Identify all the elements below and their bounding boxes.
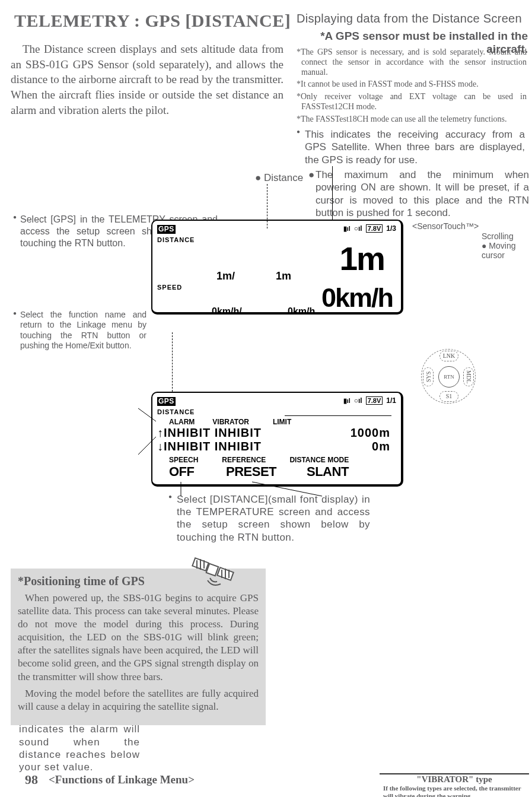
gps-sat-icon: ○ıl [354, 224, 362, 233]
callout-maxmin: ● The maximum and the minimum when power… [316, 169, 529, 219]
positioning-p2: Moving the model before the satellites a… [18, 687, 259, 713]
sensor-touch-scroll: Scrolling [482, 231, 514, 241]
lcd2-gps: GPS [157, 397, 176, 406]
lcd2-battery: 7.8V [366, 396, 383, 405]
lcd1-battery: 7.8V [366, 224, 383, 233]
lcd-screen-2: GPS DISTANCE ▮ıl ○ıl 7.8V 1/1 ALARM VIBR… [151, 392, 403, 487]
vibrator-title: "VIBRATOR" type [380, 774, 529, 785]
star-note-2: *It cannot be used in FASST mode and S-F… [297, 80, 527, 90]
lcd2-down-limit: 0m [278, 440, 396, 453]
lcd2-row-down: ↓INHIBIT INHIBIT [157, 440, 262, 453]
star-note-3: *Only receiver voltage and EXT voltage c… [297, 92, 527, 112]
leader-arrow-icon [138, 408, 159, 462]
lcd1-distance-label: DISTANCE [157, 236, 195, 243]
svg-line-18 [138, 408, 156, 421]
sensor-touch-cursor: ● Moving cursor [482, 241, 532, 260]
lcd2-col-limit: LIMIT [273, 418, 291, 426]
lcd2-col-vibr: VIBRATOR [212, 418, 249, 426]
signal-icon-2: ▮ıl [343, 397, 351, 405]
lcd2-up-limit: 1000m [278, 426, 396, 440]
lcd1-dist-min: 1m/ [216, 270, 235, 282]
sensor-touch-wheel: RTN LNK S1 SYS MDL [421, 349, 476, 404]
lcd2-row-up: ↑INHIBIT INHIBIT [157, 426, 262, 440]
lcd2-mode-lbl: DISTANCE MODE [289, 456, 349, 464]
sensortouch-sys[interactable]: SYS [423, 367, 434, 386]
lcd1-page: 1/3 [386, 224, 396, 233]
page-title: TELEMETRY : GPS [DISTANCE] [14, 11, 291, 31]
star-note-4: *The FASSTest18CH mode can use all the t… [297, 115, 527, 125]
lcd1-speed-val: 0km/h [157, 286, 396, 310]
footer-section: <Functions of Linkage Menu> [49, 773, 195, 786]
lcd2-page: 1/1 [386, 396, 396, 405]
lcd2-speech-val: OFF [169, 464, 211, 480]
satellite-icon [190, 552, 237, 588]
lcd2-speech-lbl: SPEECH [169, 456, 198, 464]
gps-sat-icon-2: ○ıl [354, 396, 362, 405]
intro-paragraph: The Distance screen displays and sets al… [11, 42, 283, 118]
vibrator-box: "VIBRATOR" type If the following types a… [380, 773, 529, 797]
signal-icon: ▮ıl [343, 225, 351, 233]
lcd1-speed-max: 0km/h [288, 306, 315, 317]
lcd1-speed-min: 0km/h/ [212, 306, 242, 317]
lcd2-ref-val: PRESET [226, 464, 291, 480]
star-notes: *The GPS sensor is necessary, and is sol… [297, 47, 527, 125]
svg-line-19 [138, 437, 156, 455]
svg-line-21 [252, 482, 322, 496]
callout-accuracy: This indicates the receiving accuracy fr… [297, 128, 525, 166]
sensortouch-s1[interactable]: S1 [439, 391, 458, 402]
leader-arrow-icon [252, 482, 323, 497]
lcd2-ref-lbl: REFERENCE [222, 456, 266, 464]
callout-select-distance: Select [DISTANCE](small font display) in… [168, 493, 370, 544]
lcd1-dist-max: 1m [276, 270, 291, 282]
callout-distance-label: ● Distance [255, 172, 303, 184]
sensor-touch-label: <SensorTouch™> [412, 221, 479, 231]
sensortouch-mdl[interactable]: MDL [463, 367, 474, 386]
sensortouch-rtn[interactable]: RTN [438, 366, 460, 388]
positioning-p1: When powered up, the SBS-01G begins to a… [18, 592, 259, 684]
lcd2-mode-val: SLANT [307, 464, 349, 480]
lcd1-gps: GPS [157, 225, 176, 234]
page-number: 98 [25, 772, 38, 788]
callout-select-fn: Select the function name and return to t… [13, 310, 146, 351]
lcd-screen-1: GPS DISTANCE ▮ıl ○ıl 7.8V 1/3 1m 1m/ 1m … [151, 220, 403, 315]
lcd2-col-alarm: ALARM [169, 418, 195, 426]
sensortouch-lnk[interactable]: LNK [439, 351, 458, 361]
lcd2-distance-label: DISTANCE [157, 408, 195, 415]
vibrator-sub: If the following types are selected, the… [380, 785, 529, 797]
positioning-box: *Positioning time of GPS When powered up… [11, 569, 266, 725]
leader-arrow-icon [178, 482, 184, 496]
star-note-1: *The GPS sensor is necessary, and is sol… [297, 47, 527, 77]
page-subtitle: Displaying data from the Distance Screen [297, 12, 522, 26]
